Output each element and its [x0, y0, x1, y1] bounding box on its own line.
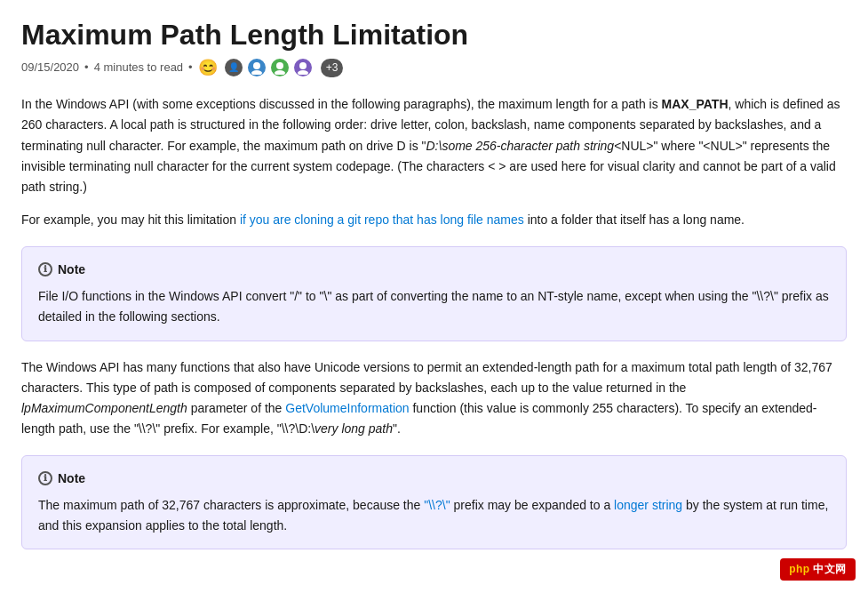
get-volume-information-link[interactable]: GetVolumeInformation — [285, 401, 409, 415]
svg-point-2 — [276, 62, 283, 69]
note-1-title: Note — [58, 260, 85, 279]
note-box-1: ℹ Note File I/O functions in the Windows… — [21, 246, 847, 341]
example-paragraph: For example, you may hit this limitation… — [21, 210, 847, 230]
meta-read-time: 4 minutes to read — [94, 59, 183, 77]
characters-text: characters — [45, 117, 103, 132]
note-2-icon: ℹ — [38, 471, 52, 485]
svg-point-1 — [251, 70, 262, 75]
avatar-1: 👤 — [223, 57, 244, 78]
note-box-2: ℹ Note The maximum path of 32,767 charac… — [21, 455, 847, 550]
php-badge-text: php — [789, 563, 810, 575]
avatar-extra-count: +3 — [321, 59, 344, 77]
page-title: Maximum Path Length Limitation — [21, 18, 847, 52]
note-1-icon: ℹ — [38, 262, 52, 276]
note-2-body: The maximum path of 32,767 characters is… — [38, 495, 830, 536]
meta-date: 09/15/2020 — [21, 59, 79, 77]
avatar-emoji: 😊 — [198, 60, 218, 76]
note-2-header: ℹ Note — [38, 469, 830, 488]
avatar-2 — [246, 57, 267, 78]
limitation-link[interactable]: if you are cloning a git repo that has l… — [240, 212, 524, 227]
extended-paragraph: The Windows API has many functions that … — [21, 357, 847, 439]
svg-point-3 — [275, 70, 285, 75]
avatar-3 — [269, 57, 291, 78]
note-1-body: File I/O functions in the Windows API co… — [38, 286, 830, 327]
prefix-link[interactable]: "\\?\" — [424, 498, 450, 512]
article-meta: 09/15/2020 • 4 minutes to read • 😊 👤 +3 — [21, 57, 847, 78]
note-2-title: Note — [58, 469, 85, 488]
svg-point-4 — [299, 62, 307, 69]
longer-string-link[interactable]: longer string — [614, 498, 682, 512]
php-badge: php 中文网 — [780, 558, 856, 581]
avatar-4 — [292, 57, 314, 78]
intro-paragraph: In the Windows API (with some exceptions… — [21, 94, 847, 196]
svg-point-0 — [253, 62, 260, 69]
svg-point-5 — [298, 70, 308, 75]
note-1-header: ℹ Note — [38, 260, 830, 279]
